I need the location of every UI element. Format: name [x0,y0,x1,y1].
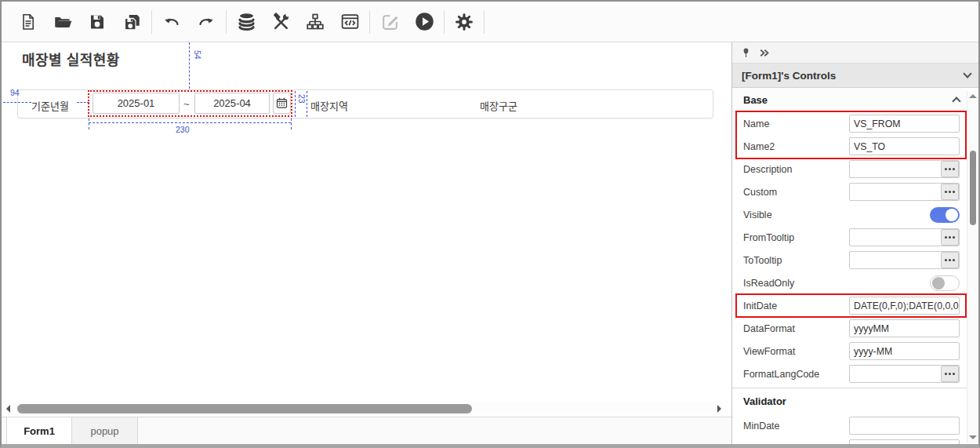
tab-form1[interactable]: Form1 [6,417,72,444]
toolbar-separator [226,10,227,34]
property-row: ViewFormatyyyy-MM [732,340,967,362]
code-editor-icon[interactable] [332,7,367,37]
pin-icon[interactable] [740,47,752,59]
chevron-down-icon[interactable] [963,69,971,78]
toggle-knob [946,209,958,221]
save-icon[interactable] [80,7,114,37]
tools-icon[interactable] [263,7,298,37]
property-input[interactable] [849,228,960,246]
sitemap-icon[interactable] [298,7,332,37]
toolbar-separator [151,10,152,34]
property-input[interactable]: VS_FROM [849,115,960,133]
property-input[interactable]: DATE(0,F,0);DATE(0,0,0 [849,297,960,315]
tab-label: Form1 [24,425,55,437]
panel-vertical-scrollbar[interactable] [967,91,977,443]
panel-header[interactable]: [Form1]'s Controls [732,64,978,88]
annotation-dash [3,102,31,103]
toolbar-separator [484,10,485,34]
annotation-height: 23 [297,94,307,104]
ellipsis-button[interactable] [941,161,959,177]
property-label: Custom [743,187,849,198]
report-title: 매장별 실적현황 [22,49,120,69]
toolbar-separator [444,10,445,34]
annotation-tick [89,118,89,129]
run-icon[interactable] [407,7,441,37]
panel-title: [Form1]'s Controls [742,70,836,82]
property-row: NameVS_FROM [732,112,967,135]
property-row: Description [732,158,967,180]
section-header-validator: Validator [732,388,967,414]
annotation-dash [89,122,291,123]
scroll-down-icon[interactable] [969,435,977,439]
chevron-up-icon[interactable] [952,97,960,105]
annotation-tick [291,118,292,129]
calendar-icon [275,97,289,110]
date-to-input[interactable]: 2025-04 [194,93,270,114]
property-value: VS_FROM [850,118,904,129]
property-label: ToTooltip [743,255,849,266]
property-input[interactable] [849,365,960,383]
property-input[interactable] [849,417,960,435]
property-input[interactable] [849,251,960,269]
toggle-isreadonly[interactable] [930,275,960,291]
scroll-right-icon[interactable] [717,405,721,413]
property-label: Visible [743,209,930,220]
property-input[interactable] [849,160,960,178]
property-row: ToTooltip [732,249,967,271]
new-document-icon[interactable] [11,7,45,37]
ellipsis-button[interactable] [941,366,959,382]
save-all-icon[interactable] [114,7,149,37]
undo-icon[interactable] [154,7,189,37]
annotation-dash [307,91,307,117]
scroll-up-icon[interactable] [969,94,977,98]
redo-icon[interactable] [189,7,223,37]
property-label: Name2 [743,141,849,152]
property-input[interactable] [849,439,960,444]
open-folder-icon[interactable] [45,7,80,37]
property-label: Description [743,164,849,175]
property-row: Custom [732,180,967,203]
property-label: InitDate [743,300,849,311]
property-row: MinDate [732,414,967,437]
property-value: VS_TO [850,141,889,152]
scroll-left-icon[interactable] [6,405,10,413]
label-region: 매장지역 [310,98,348,113]
property-input[interactable]: VS_TO [849,137,960,155]
collapse-panel-icon[interactable] [758,47,770,59]
ellipsis-button[interactable] [941,252,959,268]
tab-label: popup [90,425,118,437]
property-input[interactable]: yyyy-MM [849,342,960,360]
property-value: DATE(0,F,0);DATE(0,0,0 [850,300,960,311]
property-label: FromTooltip [743,232,849,243]
property-value: yyyyMM [850,323,893,334]
scrollbar-thumb[interactable] [17,404,472,413]
calendar-button[interactable] [273,93,291,114]
property-row: Name2VS_TO [732,135,967,158]
property-input[interactable]: yyyyMM [849,319,960,337]
toolbar-separator [369,10,370,34]
ellipsis-button[interactable] [941,229,959,246]
tab-popup[interactable]: popup [72,417,138,444]
toggle-visible[interactable] [930,207,960,223]
ellipsis-button[interactable] [941,184,959,200]
edit-icon[interactable] [372,7,407,37]
design-canvas[interactable]: 매장별 실적현황 54 94 기준년월 2025-01 ~ 2025-04 [2,42,731,444]
date-from-value: 2025-01 [118,97,155,109]
form-tab-bar: Form1 popup [2,417,731,444]
section-header-base[interactable]: Base [732,88,967,112]
annotation-vline [189,42,190,89]
canvas-horizontal-scrollbar[interactable] [5,402,723,416]
range-separator: ~ [183,98,190,110]
scrollbar-thumb[interactable] [970,151,976,225]
property-label: MinDate [743,421,849,432]
settings-gear-icon[interactable] [447,7,481,37]
property-input[interactable] [849,183,960,201]
date-from-input[interactable]: 2025-01 [93,93,180,114]
toggle-knob [932,277,945,290]
database-icon[interactable] [229,7,263,37]
property-rows: NameVS_FROMName2VS_TODescriptionCustomVi… [732,112,967,444]
property-label: ViewFormat [743,346,849,357]
label-period: 기준년월 [31,98,69,113]
label-district: 매장구군 [480,98,517,113]
property-label: FormatLangCode [743,369,849,380]
